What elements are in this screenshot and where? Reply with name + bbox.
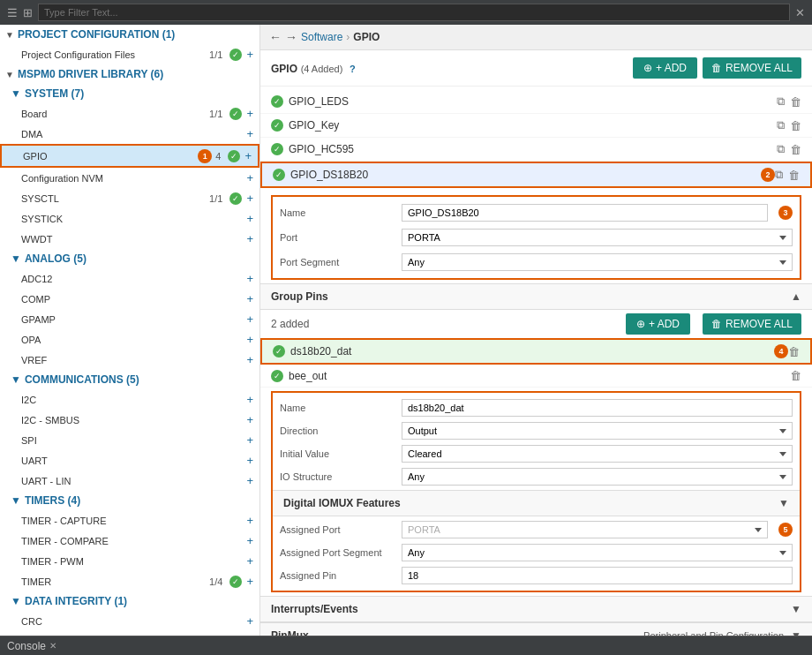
add-vref-btn[interactable]: + [245, 352, 254, 367]
add-systick-btn[interactable]: + [245, 211, 254, 226]
close-icon[interactable]: ✕ [795, 6, 805, 19]
sidebar-item-spi[interactable]: SPI + [0, 430, 259, 450]
close-console-icon[interactable]: ✕ [49, 641, 56, 651]
gpio-list-item[interactable]: ✓ GPIO_Key ⧉ 🗑 [260, 114, 812, 138]
group-pins-remove-all-btn[interactable]: 🗑 REMOVE ALL [703, 313, 801, 335]
add-comp-btn[interactable]: + [245, 291, 254, 306]
sidebar-item-opa[interactable]: OPA + [0, 329, 259, 350]
sidebar-item-wwdt[interactable]: WWDT + [0, 229, 259, 249]
data-integrity-group[interactable]: ▼ DATA INTEGRITY (1) [0, 591, 259, 611]
sidebar-item-dma[interactable]: DMA + [0, 124, 259, 144]
pinmux-header[interactable]: PinMux Peripheral and Pin Configuration … [260, 622, 812, 636]
sidebar-item-uart[interactable]: UART + [0, 450, 259, 471]
add-timer-capture-btn[interactable]: + [245, 513, 254, 528]
sidebar-item-timer-capture[interactable]: TIMER - CAPTURE + [0, 510, 259, 531]
direction-select[interactable]: Output [402, 422, 793, 440]
sidebar-item-timer-compare[interactable]: TIMER - COMPARE + [0, 531, 259, 551]
add-timer-btn[interactable]: + [245, 574, 254, 589]
delete-icon[interactable]: 🗑 [790, 143, 801, 156]
copy-icon[interactable]: ⧉ [775, 168, 783, 182]
gpio-remove-all-btn[interactable]: 🗑 REMOVE ALL [703, 57, 801, 79]
sidebar-item-i2c[interactable]: I2C + [0, 389, 259, 410]
add-board-btn[interactable]: + [245, 106, 254, 121]
interrupts-header[interactable]: Interrupts/Events ▼ [260, 596, 812, 622]
port-segment-select[interactable]: Any [402, 253, 793, 271]
sidebar-item-vref[interactable]: VREF + [0, 350, 259, 370]
analog-group[interactable]: ▼ ANALOG (5) [0, 249, 259, 268]
sidebar-item-timer[interactable]: TIMER 1/4 ✓ + [0, 571, 259, 591]
group-pin-bee-out[interactable]: ✓ bee_out 🗑 [260, 365, 812, 388]
data-integrity-label: DATA INTEGRITY (1) [25, 595, 127, 607]
add-config-nvm-btn[interactable]: + [245, 170, 254, 185]
add-i2c-smbus-btn[interactable]: + [245, 412, 254, 427]
delete-icon[interactable]: 🗑 [788, 345, 800, 358]
group-pins-add-btn[interactable]: ⊕ + ADD [626, 313, 690, 335]
sidebar-item-gpamp[interactable]: GPAMP + [0, 309, 259, 329]
check-icon: ✓ [271, 143, 283, 155]
sidebar-item-adc12[interactable]: ADC12 + [0, 268, 259, 289]
add-spi-btn[interactable]: + [245, 433, 254, 448]
delete-icon[interactable]: 🗑 [790, 95, 801, 109]
add-wwdt-btn[interactable]: + [245, 231, 254, 246]
sidebar-item-systick[interactable]: SYSTICK + [0, 208, 259, 229]
assigned-pin-input[interactable] [402, 567, 793, 584]
add-project-config-btn[interactable]: + [245, 47, 254, 62]
add-gpamp-btn[interactable]: + [245, 312, 254, 327]
sidebar-item-crc[interactable]: CRC + [0, 611, 259, 631]
project-config-group[interactable]: ▼ PROJECT CONFIGURATION (1) [0, 25, 259, 44]
pinmux-title: PinMux [271, 629, 643, 636]
digital-iomux-header[interactable]: Digital IOMUX Features ▼ [273, 490, 800, 516]
mspm0-group[interactable]: ▼ MSPM0 DRIVER LIBRARY (6) [0, 64, 259, 84]
back-btn[interactable]: ← [269, 30, 282, 44]
sidebar-item-config-nvm[interactable]: Configuration NVM + [0, 168, 259, 188]
sidebar-item-board[interactable]: Board 1/1 ✓ + [0, 103, 259, 124]
timers-group[interactable]: ▼ TIMERS (4) [0, 491, 259, 510]
initial-value-select[interactable]: Cleared [402, 445, 793, 463]
system-group[interactable]: ▼ SYSTEM (7) [0, 84, 259, 103]
sidebar-item-timer-pwm[interactable]: TIMER - PWM + [0, 551, 259, 571]
breadcrumb-software[interactable]: Software [301, 31, 342, 43]
sidebar-item-uart-lin[interactable]: UART - LIN + [0, 471, 259, 491]
help-icon[interactable]: ? [350, 64, 356, 74]
sidebar-item-project-config-files[interactable]: Project Configuration Files 1/1 ✓ + [0, 44, 259, 64]
sidebar-item-i2c-smbus[interactable]: I2C - SMBUS + [0, 410, 259, 430]
name-input[interactable] [402, 204, 768, 222]
assigned-port-select[interactable]: PORTA [402, 521, 768, 538]
add-timer-pwm-btn[interactable]: + [245, 553, 254, 568]
add-timer-compare-btn[interactable]: + [245, 533, 254, 548]
add-i2c-btn[interactable]: + [245, 392, 254, 407]
add-uart-btn[interactable]: + [245, 453, 254, 468]
console-tab[interactable]: Console ✕ [7, 640, 56, 652]
filter-input[interactable] [38, 4, 790, 21]
add-uart-lin-btn[interactable]: + [245, 473, 254, 488]
group-pin-ds18b20-dat[interactable]: ✓ ds18b20_dat 4 🗑 [260, 338, 812, 365]
delete-icon[interactable]: 🗑 [788, 169, 800, 182]
gpio-list-item[interactable]: ✓ GPIO_LEDS ⧉ 🗑 [260, 90, 812, 114]
add-sysctl-btn[interactable]: + [245, 191, 254, 206]
add-crc-btn[interactable]: + [245, 614, 254, 629]
copy-icon[interactable]: ⧉ [777, 118, 785, 132]
hamburger-icon[interactable]: ☰ [7, 6, 18, 19]
assigned-port-segment-select[interactable]: Any [402, 544, 793, 561]
communications-group[interactable]: ▼ COMMUNICATIONS (5) [0, 370, 259, 389]
copy-icon[interactable]: ⧉ [777, 142, 785, 156]
add-dma-btn[interactable]: + [245, 126, 254, 141]
gpio-list-item[interactable]: ✓ GPIO_HC595 ⧉ 🗑 [260, 138, 812, 162]
add-opa-btn[interactable]: + [245, 332, 254, 347]
delete-icon[interactable]: 🗑 [790, 119, 801, 132]
port-select[interactable]: PORTA [402, 229, 793, 246]
sidebar-item-gpio[interactable]: GPIO 1 4 ✓ + [0, 144, 259, 168]
delete-icon[interactable]: 🗑 [790, 369, 801, 382]
io-structure-select[interactable]: Any [402, 468, 793, 486]
sidebar-item-sysctl[interactable]: SYSCTL 1/1 ✓ + [0, 188, 259, 208]
add-adc12-btn[interactable]: + [245, 271, 254, 286]
copy-icon[interactable]: ⧉ [777, 94, 785, 109]
sidebar-item-comp[interactable]: COMP + [0, 289, 259, 309]
group-pins-header[interactable]: Group Pins ▲ [260, 283, 812, 310]
gpio-ds18b20-item[interactable]: ✓ GPIO_DS18B20 2 ⧉ 🗑 [260, 162, 812, 188]
forward-btn[interactable]: → [285, 30, 297, 44]
pin-name-input[interactable] [402, 399, 793, 417]
view-icon[interactable]: ⊞ [23, 6, 33, 19]
gpio-add-btn[interactable]: ⊕ + ADD [633, 57, 697, 79]
add-gpio-btn[interactable]: + [244, 148, 252, 163]
